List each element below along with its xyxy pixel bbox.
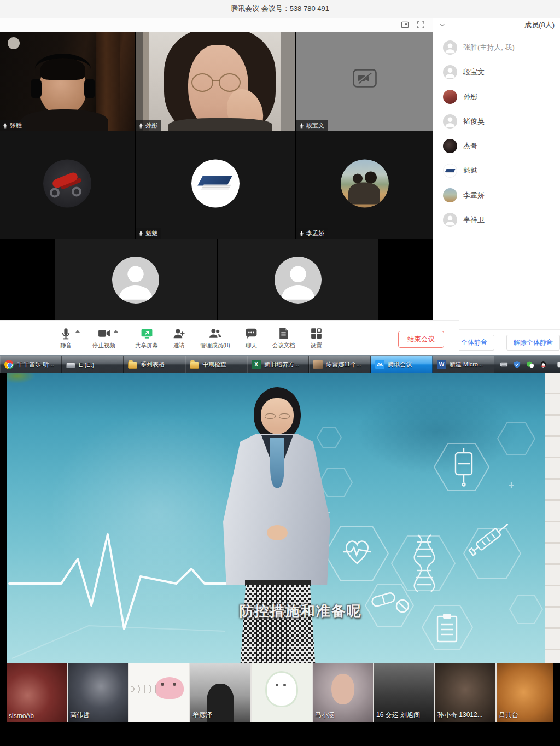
taskbar-item-drive-e[interactable]: E (E:) <box>62 356 124 373</box>
settings-label: 设置 <box>311 342 322 349</box>
member-row[interactable]: 褚俊英 <box>443 114 560 129</box>
thumbnail[interactable]: 牟彦泽 <box>190 663 250 722</box>
invite-button[interactable]: 邀请 <box>172 326 186 349</box>
mute-label: 静音 <box>60 342 72 349</box>
background-edge <box>281 32 295 131</box>
docs-label: 会议文档 <box>272 342 295 349</box>
mic-icon <box>138 230 144 236</box>
avatar <box>443 65 457 79</box>
thumbnail[interactable]: sismoAb <box>7 663 67 722</box>
thumbnail[interactable]: 高伟哲 <box>68 663 128 722</box>
meeting-docs-button[interactable]: 会议文档 <box>272 326 295 349</box>
keyboard-icon[interactable] <box>500 360 508 369</box>
word-icon: W <box>437 360 446 369</box>
taskbar-item-tencent-meeting[interactable]: 腾讯会议 <box>371 356 433 373</box>
layout-icon[interactable] <box>401 21 409 29</box>
end-meeting-button[interactable]: 结束会议 <box>398 331 444 348</box>
taskbar-item-word[interactable]: W 新建 Micro... <box>433 356 494 373</box>
thumbnail-name: 高伟哲 <box>70 710 90 720</box>
sidebar-header: 成员(8人) <box>433 18 560 32</box>
document-icon <box>277 327 290 340</box>
thumbnail-name: sismoAb <box>9 712 34 720</box>
meeting-title: 腾讯会议 会议号：538 780 491 <box>231 4 329 14</box>
video-tile-kuimei[interactable]: 魁魅 <box>136 131 295 239</box>
player-bottom-bar <box>0 722 560 746</box>
thumbnail[interactable] <box>129 663 189 722</box>
member-row[interactable]: 段宝文 <box>443 65 560 79</box>
video-pane: 张胜 孙彤 <box>0 18 433 355</box>
share-screen-button[interactable]: 共享屏幕 <box>135 326 158 349</box>
taskbar-item-folder1[interactable]: 系列表格 <box>124 356 185 373</box>
qq-icon[interactable] <box>539 360 547 369</box>
participant-shoulders <box>168 118 272 131</box>
participant-name: 段宝文 <box>306 121 324 130</box>
wechat-icon[interactable] <box>526 360 534 369</box>
shield-icon[interactable] <box>513 360 521 369</box>
caret-up-icon[interactable] <box>114 330 118 333</box>
caret-up-icon[interactable] <box>75 330 80 333</box>
tray-overflow-icon[interactable] <box>552 360 560 369</box>
video-grid: 张胜 孙彤 <box>0 32 433 320</box>
settings-button[interactable]: 设置 <box>310 326 323 349</box>
member-row[interactable]: 李孟娇 <box>443 188 560 202</box>
video-stage: 防控措施和准备呢 <box>7 373 545 663</box>
iv-bag-icon <box>456 448 472 486</box>
thumbnail-name: 孙小奇 13012... <box>438 710 483 720</box>
participant-name: 孙彤 <box>145 121 158 130</box>
member-row[interactable]: 孙彤 <box>443 90 560 104</box>
member-list: 张胜(主持人, 我) 段宝文 孙彤 褚俊英 杰哥 魁魅 <box>433 32 560 329</box>
syringe-icon <box>469 521 511 556</box>
unmute-all-button[interactable]: 解除全体静音 <box>506 335 560 351</box>
member-row[interactable]: 张胜(主持人, 我) <box>443 40 560 55</box>
shared-video-player[interactable]: 防控措施和准备呢 sismoAb 高伟哲 牟彦泽 马小涵 16 交运 刘旭阁 孙… <box>0 373 560 746</box>
meeting-window: 张胜 孙彤 <box>0 18 560 355</box>
stop-video-button[interactable]: 停止视频 <box>92 326 115 349</box>
member-name: 李孟娇 <box>463 190 485 200</box>
photo-head <box>365 171 377 183</box>
thumbnail[interactable]: 吕其台 <box>497 663 553 722</box>
avatar-couple-photo <box>341 159 389 207</box>
glasses <box>191 73 213 92</box>
member-name: 杰哥 <box>463 141 477 151</box>
fullscreen-icon[interactable] <box>417 21 425 29</box>
thumbnail-name: 16 交运 刘旭阁 <box>376 710 420 720</box>
taskbar-item-excel[interactable]: X 新旧培养方... <box>247 356 309 373</box>
member-row[interactable]: 魁魅 <box>443 164 560 178</box>
system-tray <box>494 356 560 373</box>
thumbnail[interactable]: 16 交运 刘旭阁 <box>374 663 434 722</box>
chevron-down-icon[interactable] <box>439 21 446 28</box>
taskbar-item-photos[interactable]: 陈雷娜11个... <box>309 356 371 373</box>
thumbnail[interactable]: 孙小奇 13012... <box>435 663 495 722</box>
manage-members-button[interactable]: 管理成员(8) <box>200 326 230 349</box>
thumbnail-name: 马小涵 <box>315 710 335 720</box>
video-tile-zhangsheng[interactable]: 张胜 <box>0 32 135 131</box>
plus-marks <box>323 482 514 516</box>
member-row[interactable]: 杰哥 <box>443 139 560 153</box>
video-tile-suntong[interactable]: 孙彤 <box>136 32 295 131</box>
chat-button[interactable]: 聊天 <box>244 326 258 349</box>
thumbnail[interactable]: 马小涵 <box>313 663 373 722</box>
wall-clock <box>8 37 20 49</box>
participant-shoulders <box>21 109 108 131</box>
taskbar-item-music[interactable]: 千千音乐-听... <box>0 356 62 373</box>
video-tile-placeholder[interactable] <box>218 239 378 320</box>
member-row[interactable]: 辜祥卫 <box>443 213 560 227</box>
camera-off-icon <box>353 69 377 90</box>
mute-button[interactable]: 静音 <box>59 326 73 349</box>
stop-video-label: 停止视频 <box>92 342 115 349</box>
heart-pulse-icon <box>343 541 371 563</box>
video-tile-duanbaowen[interactable]: 段宝文 <box>296 32 433 131</box>
mute-all-button[interactable]: 全体静音 <box>454 335 494 351</box>
thumbnail[interactable] <box>252 663 312 722</box>
video-tile-limengjiao[interactable]: 李孟娇 <box>296 131 433 239</box>
background-edge <box>136 32 143 131</box>
video-tile-placeholder[interactable] <box>55 239 217 320</box>
taskbar-item-folder2[interactable]: 中期检查 <box>185 356 247 373</box>
presenter-hands <box>267 525 288 540</box>
taskbar-label: 腾讯会议 <box>388 360 412 369</box>
presenter-glasses <box>279 413 290 419</box>
mic-icon <box>299 123 305 129</box>
settings-grid-icon <box>310 327 323 340</box>
headphone-earcup <box>31 79 42 98</box>
video-tile-motorcycle-avatar[interactable] <box>0 131 135 239</box>
